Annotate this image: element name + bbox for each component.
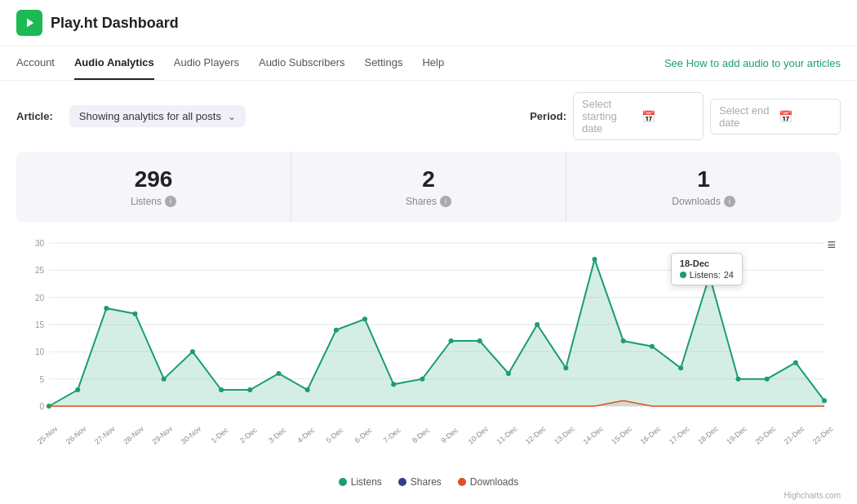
svg-point-40 (765, 377, 770, 382)
legend-dot-downloads (458, 478, 466, 486)
svg-point-28 (420, 377, 424, 382)
calendar-icon-start: 📅 (642, 110, 695, 123)
svg-text:14-Dec: 14-Dec (581, 424, 605, 446)
svg-point-30 (477, 338, 482, 343)
svg-text:30: 30 (35, 239, 45, 248)
svg-text:25-Nov: 25-Nov (36, 424, 60, 446)
nav-account[interactable]: Account (16, 46, 55, 80)
svg-point-20 (190, 349, 195, 354)
svg-point-31 (506, 371, 511, 376)
period-label: Period: (530, 110, 566, 122)
svg-text:19-Dec: 19-Dec (725, 424, 748, 446)
legend-downloads-label: Downloads (470, 476, 518, 488)
shares-label: Shares i (306, 196, 551, 207)
stat-downloads: 1 Downloads i (566, 152, 841, 222)
downloads-info-icon[interactable]: i (724, 196, 735, 207)
svg-point-34 (593, 257, 597, 262)
svg-text:27-Nov: 27-Nov (93, 424, 117, 446)
svg-text:7-Dec: 7-Dec (382, 426, 402, 444)
svg-point-33 (563, 365, 568, 370)
svg-point-17 (104, 306, 109, 311)
highcharts-credit: Highcharts.com (0, 491, 857, 503)
legend-dot-shares (398, 478, 406, 486)
chevron-down-icon: ⌄ (228, 111, 236, 122)
legend-listens-label: Listens (351, 476, 382, 488)
svg-text:17-Dec: 17-Dec (668, 424, 691, 446)
end-date-input[interactable]: Select end date 📅 (710, 99, 841, 135)
svg-text:8-Dec: 8-Dec (411, 426, 431, 444)
start-date-input[interactable]: Select starting date 📅 (573, 92, 704, 140)
svg-point-41 (793, 360, 798, 365)
downloads-value: 1 (581, 166, 826, 192)
svg-point-16 (75, 387, 80, 392)
svg-point-29 (449, 338, 454, 343)
chart-legend: Listens Shares Downloads (0, 470, 857, 491)
period-section: Period: Select starting date 📅 Select en… (530, 92, 841, 140)
stats-bar: 296 Listens i 2 Shares i 1 Downloads i (16, 152, 841, 222)
svg-point-25 (334, 328, 339, 333)
nav-audio-subscribers[interactable]: Audio Subscribers (259, 46, 345, 80)
shares-info-icon[interactable]: i (440, 196, 451, 207)
svg-point-35 (621, 338, 626, 343)
svg-text:18-Dec: 18-Dec (696, 424, 720, 446)
article-select[interactable]: Showing analytics for all posts ⌄ (69, 105, 246, 127)
chart-menu-icon[interactable]: ≡ (827, 237, 836, 254)
calendar-icon-end: 📅 (779, 110, 832, 123)
svg-text:10: 10 (35, 347, 45, 356)
end-date-placeholder: Select end date (719, 104, 772, 129)
svg-text:1-Dec: 1-Dec (210, 426, 230, 444)
svg-text:5: 5 (39, 375, 44, 384)
svg-point-23 (276, 371, 281, 376)
nav-audio-analytics[interactable]: Audio Analytics (74, 46, 154, 80)
svg-text:6-Dec: 6-Dec (353, 426, 374, 444)
svg-text:21-Dec: 21-Dec (783, 424, 806, 446)
svg-text:4-Dec: 4-Dec (295, 426, 316, 444)
header: Play.ht Dashboard (0, 0, 857, 46)
nav-audio-players[interactable]: Audio Players (174, 46, 239, 80)
svg-point-27 (391, 382, 396, 387)
svg-text:9-Dec: 9-Dec (439, 426, 460, 444)
article-label: Article: (16, 110, 53, 122)
svg-text:11-Dec: 11-Dec (495, 424, 519, 446)
svg-text:3-Dec: 3-Dec (267, 426, 287, 444)
svg-marker-0 (27, 19, 33, 28)
svg-text:16-Dec: 16-Dec (639, 424, 663, 446)
shares-value: 2 (306, 166, 551, 192)
svg-text:5-Dec: 5-Dec (325, 426, 345, 444)
svg-text:12-Dec: 12-Dec (524, 424, 548, 446)
stat-shares: 2 Shares i (291, 152, 566, 222)
legend-downloads: Downloads (458, 476, 518, 488)
start-date-placeholder: Select starting date (582, 98, 635, 135)
svg-point-39 (735, 377, 740, 382)
svg-text:30-Nov: 30-Nov (180, 424, 203, 446)
svg-point-24 (305, 387, 310, 392)
nav-cta-link[interactable]: See How to add audio to your articles (664, 57, 841, 69)
svg-text:15: 15 (35, 321, 45, 329)
listens-value: 296 (31, 166, 276, 192)
svg-text:15-Dec: 15-Dec (610, 424, 633, 446)
svg-text:28-Nov: 28-Nov (122, 424, 145, 446)
svg-point-42 (822, 398, 827, 403)
svg-text:25: 25 (35, 266, 45, 275)
legend-shares: Shares (398, 476, 442, 488)
svg-text:20-Dec: 20-Dec (753, 424, 777, 446)
article-select-value: Showing analytics for all posts (79, 110, 221, 122)
downloads-label: Downloads i (581, 196, 826, 207)
legend-dot-listens (339, 478, 347, 486)
legend-shares-label: Shares (411, 476, 442, 488)
svg-text:2-Dec: 2-Dec (238, 426, 259, 444)
svg-point-32 (535, 322, 540, 327)
svg-point-71 (705, 272, 713, 280)
svg-point-26 (362, 316, 367, 321)
listens-info-icon[interactable]: i (165, 196, 176, 207)
svg-text:0: 0 (39, 402, 44, 411)
main-nav: Account Audio Analytics Audio Players Au… (0, 46, 857, 81)
nav-help[interactable]: Help (422, 46, 444, 80)
logo-icon (16, 10, 42, 36)
nav-settings[interactable]: Settings (364, 46, 402, 80)
svg-text:20: 20 (35, 294, 45, 303)
svg-point-22 (247, 387, 252, 392)
app-title: Play.ht Dashboard (51, 15, 179, 32)
svg-text:29-Nov: 29-Nov (150, 424, 174, 446)
svg-point-18 (133, 312, 138, 316)
